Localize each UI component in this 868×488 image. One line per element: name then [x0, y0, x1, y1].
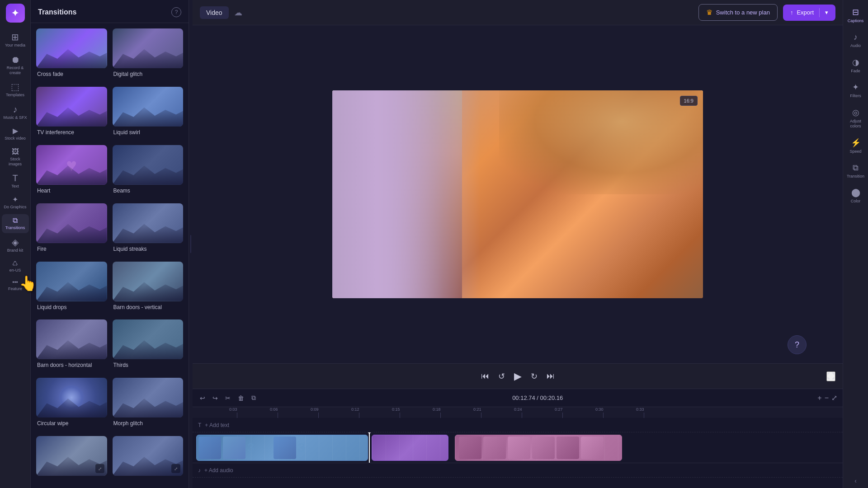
sidebar-label-templates: Templates: [6, 93, 24, 98]
your-media-icon: ⊞: [11, 33, 19, 42]
right-item-captions[interactable]: ⊟ Captions: [844, 4, 868, 27]
record-create-icon: ⏺: [11, 55, 20, 64]
stock-images-icon: 🖼: [12, 148, 19, 155]
panel-resize-handle[interactable]: [189, 0, 193, 488]
transition-thumb-circular-wipe: [36, 378, 107, 418]
sidebar-label-stock-images: Stock images: [4, 157, 27, 167]
transition-heart[interactable]: Heart: [36, 145, 107, 198]
ruler-mark: 0:09: [318, 413, 319, 418]
sidebar-label-graphics: Do Graphics: [4, 205, 26, 210]
skip-to-end-button[interactable]: ⏭: [547, 371, 555, 381]
transition-barn-doors-horizontal[interactable]: Barn doors - horizontal: [36, 319, 107, 372]
text-track-icon: T: [198, 422, 201, 428]
track-clip-transition[interactable]: [372, 435, 448, 461]
transition-thumb-digital-glitch: [113, 28, 184, 68]
panel-title: Transitions: [38, 8, 76, 16]
transition-tv-interference[interactable]: TV interference: [36, 87, 107, 140]
fast-forward-button[interactable]: ↻: [531, 371, 538, 381]
timeline-tracks: T + Add text 3 3: [193, 418, 843, 488]
transition-thumb-morph-glitch: [113, 378, 184, 418]
sidebar-item-text[interactable]: T Text: [2, 171, 29, 192]
ruler-tick: [440, 413, 441, 418]
sidebar-item-record-create[interactable]: ⏺ Record & create: [2, 52, 29, 78]
transition-thirds[interactable]: Thirds: [113, 319, 184, 372]
right-item-transition[interactable]: ⧉ Transition: [844, 160, 868, 183]
fullscreen-button[interactable]: ⛶: [826, 371, 835, 381]
ruler-mark: 0:18: [440, 413, 441, 418]
transition-icon: ⧉: [853, 163, 859, 173]
transition-extra2[interactable]: ⤢: [113, 436, 184, 483]
undo-button[interactable]: ↩: [198, 393, 207, 404]
audio-icon: ♪: [854, 33, 858, 42]
duplicate-button[interactable]: ⧉: [250, 392, 258, 404]
redo-button[interactable]: ↪: [211, 393, 220, 404]
expand-icon-extra2[interactable]: ⤢: [171, 464, 180, 473]
transition-circular-wipe[interactable]: Circular wipe: [36, 378, 107, 431]
tab-video[interactable]: Video: [200, 6, 229, 19]
switch-plan-button[interactable]: ♛ Switch to a new plan: [698, 4, 778, 21]
transition-name-beams: Beams: [113, 188, 184, 194]
sidebar-item-graphics[interactable]: ✦ Do Graphics: [2, 193, 29, 212]
right-item-speed[interactable]: ⚡ Speed: [844, 134, 868, 158]
track-clip-2[interactable]: [455, 435, 622, 461]
right-label-captions: Captions: [848, 19, 864, 23]
ruler-tick: [278, 413, 278, 418]
top-toolbar: Video ☁ ♛ Switch to a new plan ↑ Export …: [193, 0, 843, 25]
sidebar-label-more: Feature: [8, 286, 22, 291]
sidebar-item-transitions[interactable]: ⧉ Transitions: [2, 214, 29, 233]
help-button[interactable]: ?: [171, 7, 181, 17]
zoom-in-button[interactable]: +: [817, 394, 821, 402]
sidebar-item-en-us[interactable]: ♺ en-US: [2, 258, 29, 276]
transition-extra1[interactable]: ⤢: [36, 436, 107, 483]
sidebar-item-more[interactable]: ••• Feature: [2, 277, 29, 294]
transition-cross-fade[interactable]: Cross fade: [36, 28, 107, 81]
transition-name-circular-wipe: Circular wipe: [36, 420, 107, 427]
transition-name-tv-interference: TV interference: [36, 129, 107, 136]
right-item-fade[interactable]: ◑ Fade: [844, 54, 868, 77]
cloud-icon[interactable]: ☁: [234, 8, 242, 18]
delete-button[interactable]: 🗑: [236, 393, 246, 404]
ruler-label: 0:21: [473, 407, 481, 412]
transition-digital-glitch[interactable]: Digital glitch: [113, 28, 184, 81]
zoom-out-button[interactable]: −: [825, 394, 829, 402]
ruler-tick: [522, 413, 522, 418]
export-button[interactable]: ↑ Export ▾: [783, 5, 835, 21]
transition-liquid-swirl[interactable]: Liquid swirl: [113, 87, 184, 140]
fade-icon: ◑: [852, 57, 859, 67]
add-text-track[interactable]: T + Add text: [193, 418, 843, 432]
sidebar-item-templates[interactable]: ⬚ Templates: [2, 80, 29, 100]
add-audio-track[interactable]: ♪ + Add audio: [193, 463, 843, 478]
fit-zoom-button[interactable]: ⤢: [831, 394, 837, 402]
transition-liquid-streaks[interactable]: Liquid streaks: [113, 203, 184, 256]
transition-fire[interactable]: Fire: [36, 203, 107, 256]
play-pause-button[interactable]: ▶: [514, 371, 522, 382]
sidebar-item-brand-kit[interactable]: ◈ Brand kit: [2, 235, 29, 256]
rewind-button[interactable]: ↺: [498, 371, 505, 381]
right-item-color[interactable]: ⬤ Color: [844, 184, 868, 207]
track-clip-1[interactable]: 3 3: [196, 435, 368, 461]
transition-barn-doors-vertical[interactable]: Barn doors - vertical: [113, 262, 184, 314]
app-logo[interactable]: ✦: [6, 4, 25, 23]
right-item-filters[interactable]: ✦ Filters: [844, 79, 868, 102]
transition-morph-glitch[interactable]: Morph glitch: [113, 378, 184, 431]
right-item-adjust-colors[interactable]: ◎ Adjust colors: [844, 104, 868, 132]
sidebar-item-music-sfx[interactable]: ♪ Music & SFX: [2, 102, 29, 123]
cut-button[interactable]: ✂: [223, 393, 232, 404]
ruler-label: 0:27: [555, 407, 563, 412]
skip-to-start-button[interactable]: ⏮: [481, 371, 489, 381]
playhead[interactable]: [369, 432, 370, 463]
help-float-button[interactable]: ?: [788, 335, 807, 354]
sidebar-item-stock-images[interactable]: 🖼 Stock images: [2, 145, 29, 169]
right-item-audio[interactable]: ♪ Audio: [844, 29, 868, 52]
sidebar-item-your-media[interactable]: ⊞ Your media: [2, 30, 29, 51]
transition-liquid-drops[interactable]: Liquid drops: [36, 262, 107, 314]
clip-transition-pattern: [372, 435, 448, 460]
ruler-label: 0:30: [595, 407, 604, 412]
transition-name-thirds: Thirds: [113, 362, 184, 368]
right-sidebar-collapse[interactable]: ‹: [854, 477, 857, 484]
sidebar-item-stock-video[interactable]: ▶ Stock video: [2, 125, 29, 144]
expand-icon-extra1[interactable]: ⤢: [95, 464, 104, 473]
transition-beams[interactable]: Beams: [113, 145, 184, 198]
video-frame: [332, 90, 703, 298]
transition-thumb-beams: [113, 145, 184, 185]
